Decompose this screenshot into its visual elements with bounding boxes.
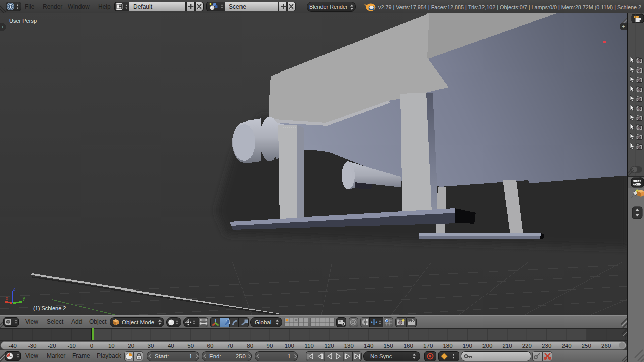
svg-text:30: 30 bbox=[148, 343, 154, 349]
svg-text:-20: -20 bbox=[48, 343, 56, 349]
svg-text:210: 210 bbox=[502, 343, 512, 349]
svg-text:+: + bbox=[622, 24, 625, 29]
svg-text:170: 170 bbox=[423, 343, 433, 349]
svg-text:240: 240 bbox=[561, 343, 571, 349]
svg-text:180: 180 bbox=[443, 343, 452, 349]
svg-text:z: z bbox=[13, 286, 16, 292]
svg-text:250: 250 bbox=[582, 343, 591, 349]
svg-text:-30: -30 bbox=[28, 343, 37, 349]
svg-text:0: 0 bbox=[90, 343, 93, 349]
svg-text:80: 80 bbox=[247, 343, 253, 349]
svg-text:230: 230 bbox=[542, 343, 551, 349]
svg-text:50: 50 bbox=[187, 343, 194, 349]
svg-text:User Persp: User Persp bbox=[9, 18, 37, 24]
svg-text:190: 190 bbox=[463, 343, 472, 349]
svg-text:10: 10 bbox=[108, 343, 115, 349]
svg-text:150: 150 bbox=[383, 343, 393, 349]
svg-text:130: 130 bbox=[344, 343, 354, 349]
svg-text:90: 90 bbox=[267, 343, 273, 349]
svg-text:-10: -10 bbox=[67, 343, 76, 349]
svg-text:120: 120 bbox=[324, 343, 334, 349]
svg-text:60: 60 bbox=[207, 343, 214, 349]
svg-text:-40: -40 bbox=[8, 343, 17, 349]
svg-text:x: x bbox=[6, 296, 8, 301]
svg-text:+: + bbox=[1, 25, 4, 30]
svg-text:110: 110 bbox=[305, 343, 314, 349]
svg-text:40: 40 bbox=[168, 343, 174, 349]
svg-text:260: 260 bbox=[601, 343, 611, 349]
svg-text:160: 160 bbox=[404, 343, 413, 349]
svg-text:100: 100 bbox=[285, 343, 294, 349]
svg-text:140: 140 bbox=[364, 343, 373, 349]
svg-text:70: 70 bbox=[227, 343, 233, 349]
svg-text:20: 20 bbox=[128, 343, 134, 349]
svg-text:(1) Schiene 2: (1) Schiene 2 bbox=[33, 305, 66, 311]
svg-text:y: y bbox=[23, 296, 25, 301]
svg-text:220: 220 bbox=[522, 343, 532, 349]
svg-text:200: 200 bbox=[482, 343, 492, 349]
